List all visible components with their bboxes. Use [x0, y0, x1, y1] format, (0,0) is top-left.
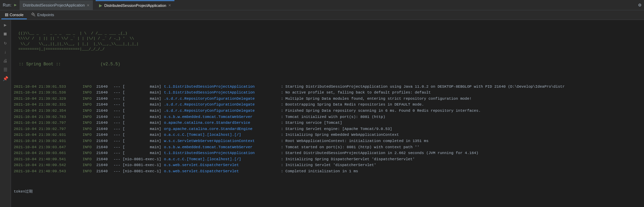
log-lines-container: 2021-10-04 21:39:01.533 INFO 21640 --- […: [14, 84, 641, 175]
log-timestamp: 2021-10-04 21:40:09.542: [14, 162, 83, 168]
log-pid: 21640: [96, 132, 114, 138]
log-message: : Completed initialization in 1 ms: [281, 168, 358, 175]
log-line: 2021-10-04 21:39:02.783 INFO 21640 --- […: [14, 114, 641, 120]
log-message: : Starting DistributedSessionProjectAppl…: [281, 84, 565, 90]
log-sep: ---: [114, 96, 122, 102]
left-sidebar: ▶ ⏹ ↻ ↓ 🖨 ☰ 📌: [0, 20, 11, 207]
endpoints-tab[interactable]: 🔌 Endpoints: [28, 11, 57, 19]
sidebar-icon-pin[interactable]: 📌: [2, 75, 9, 83]
sidebar-icon-run[interactable]: ▶: [2, 21, 9, 29]
tab-1[interactable]: DistributedSessionProjectApplication ✕: [20, 0, 93, 10]
log-class: w.s.c.ServletWebServerApplicationContext: [164, 138, 281, 144]
log-sep: ---: [114, 108, 122, 114]
log-line: 2021-10-04 21:39:02.329 INFO 21640 --- […: [14, 96, 641, 102]
log-sep: ---: [114, 144, 122, 151]
log-class: o.a.c.c.C.[Tomcat].[localhost].[/]: [164, 156, 281, 163]
log-pid: 21640: [96, 96, 114, 102]
tab-2[interactable]: ▶ DistributedSessionProjectApplication ✕: [96, 0, 174, 10]
log-message: : Bootstrapping Spring Data Redis reposi…: [281, 102, 424, 108]
console-output: (()\\__ _ _ _ _ _ __ _ | \ / /__ _ ___ _…: [11, 20, 644, 207]
log-class: t.i.DistributedSessionProjectApplication: [164, 90, 281, 96]
log-timestamp: 2021-10-04 21:39:02.329: [14, 96, 83, 102]
log-timestamp: 2021-10-04 21:39:02.931: [14, 138, 83, 144]
log-timestamp: 2021-10-04 21:40:09.541: [14, 156, 83, 163]
log-sep: ---: [114, 162, 122, 168]
log-pid: 21640: [96, 90, 114, 96]
log-sep: ---: [114, 90, 122, 96]
log-level: INFO: [83, 132, 96, 138]
log-class: o.apache.catalina.core.StandardService: [164, 120, 281, 126]
console-icon: ▤: [5, 12, 8, 17]
log-level: INFO: [83, 168, 96, 175]
log-message: : Multiple Spring Data modules found, en…: [281, 96, 472, 102]
log-pid: 21640: [96, 162, 114, 168]
log-sep: ---: [114, 120, 122, 126]
log-timestamp: 2021-10-04 21:39:02.797: [14, 126, 83, 132]
log-message: : No active profile set, falling back to…: [281, 90, 431, 96]
log-pid: 21640: [96, 108, 114, 114]
run-icon: ▶: [14, 2, 17, 8]
log-level: INFO: [83, 150, 96, 156]
log-thread: [nio-8081-exec-1]: [122, 162, 164, 168]
log-line: 2021-10-04 21:39:02.797 INFO 21640 --- […: [14, 120, 641, 126]
log-thread: [ main]: [122, 114, 164, 120]
toolbar: ▤ Console 🔌 Endpoints: [0, 10, 644, 20]
log-pid: 21640: [96, 84, 114, 90]
log-line: 2021-10-04 21:39:02.931 INFO 21640 --- […: [14, 138, 641, 144]
log-level: INFO: [83, 96, 96, 102]
ascii-art: (()\\__ _ _ _ _ _ __ _ | \ / /__ _ ___ _…: [14, 31, 641, 52]
log-pid: 21640: [96, 120, 114, 126]
log-thread: [ main]: [122, 84, 164, 90]
log-message: : Initializing Spring embedded WebApplic…: [281, 132, 399, 138]
log-timestamp: 2021-10-04 21:39:02.354: [14, 108, 83, 114]
log-sep: ---: [114, 168, 122, 175]
log-message: : Starting service [Tomcat]: [281, 120, 342, 126]
sidebar-icon-stop[interactable]: ⏹: [2, 30, 9, 38]
sidebar-icon-down[interactable]: ↓: [2, 48, 9, 56]
log-thread: [ main]: [122, 96, 164, 102]
log-pid: 21640: [96, 102, 114, 108]
log-thread: [nio-8081-exec-1]: [122, 156, 164, 163]
log-line: 2021-10-04 21:39:02.331 INFO 21640 --- […: [14, 102, 641, 108]
log-level: INFO: [83, 156, 96, 163]
log-pid: 21640: [96, 150, 114, 156]
run-label: Run:: [3, 3, 11, 8]
log-timestamp: 2021-10-04 21:39:03.661: [14, 150, 83, 156]
log-line: 2021-10-04 21:39:01.533 INFO 21640 --- […: [14, 84, 641, 90]
log-line: 2021-10-04 21:39:01.536 INFO 21640 --- […: [14, 90, 641, 96]
settings-icon[interactable]: ⚙: [638, 2, 641, 8]
token-line: token过期: [14, 189, 641, 195]
log-level: INFO: [83, 138, 96, 144]
log-level: INFO: [83, 90, 96, 96]
log-pid: 21640: [96, 138, 114, 144]
log-class: o.s.b.w.embedded.tomcat.TomcatWebServer: [164, 114, 281, 120]
log-class: org.apache.catalina.core.StandardEngine: [164, 126, 281, 132]
log-sep: ---: [114, 84, 122, 90]
tab-2-close[interactable]: ✕: [168, 3, 171, 7]
log-class: o.s.web.servlet.DispatcherServlet: [164, 162, 281, 168]
log-line: 2021-10-04 21:39:02.797 INFO 21640 --- […: [14, 126, 641, 132]
log-sep: ---: [114, 132, 122, 138]
log-thread: [ main]: [122, 120, 164, 126]
log-thread: [ main]: [122, 144, 164, 151]
tab-2-run-icon: ▶: [99, 3, 102, 8]
log-level: INFO: [83, 126, 96, 132]
log-class: .s.d.r.c.RepositoryConfigurationDelegate: [164, 96, 281, 102]
tab-1-close[interactable]: ✕: [87, 3, 89, 7]
log-pid: 21640: [96, 168, 114, 175]
sidebar-icon-menu[interactable]: ☰: [2, 66, 9, 74]
log-message: : Initializing Servlet 'dispatcherServle…: [281, 162, 376, 168]
endpoints-icon: 🔌: [31, 12, 36, 17]
log-timestamp: 2021-10-04 21:39:01.536: [14, 90, 83, 96]
log-timestamp: 2021-10-04 21:39:02.331: [14, 102, 83, 108]
endpoints-label: Endpoints: [37, 13, 54, 17]
log-message: : Root WebApplicationContext: initializa…: [281, 138, 428, 144]
sidebar-icon-refresh[interactable]: ↻: [2, 39, 9, 47]
console-tab[interactable]: ▤ Console: [1, 11, 27, 19]
log-thread: [ main]: [122, 102, 164, 108]
log-class: o.a.c.c.C.[Tomcat].[localhost].[/]: [164, 132, 281, 138]
log-line: 2021-10-04 21:40:09.541 INFO 21640 --- […: [14, 156, 641, 163]
log-level: INFO: [83, 120, 96, 126]
log-sep: ---: [114, 138, 122, 144]
sidebar-icon-print[interactable]: 🖨: [2, 57, 9, 65]
